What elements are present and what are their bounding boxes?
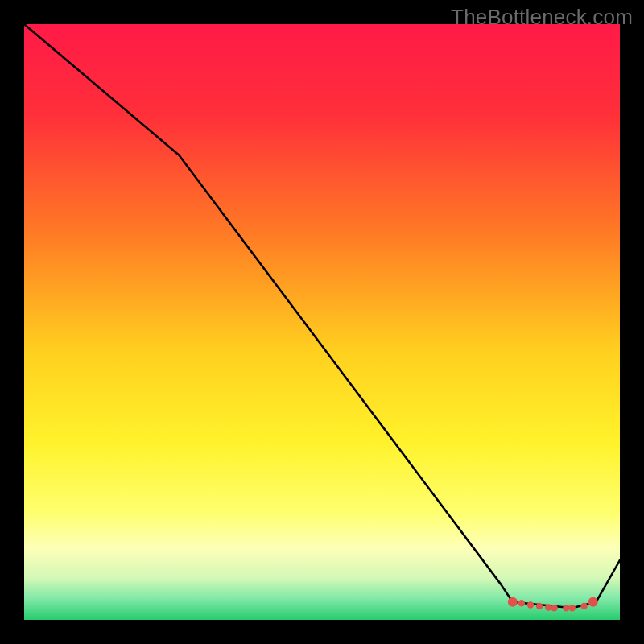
data-marker bbox=[551, 605, 557, 611]
data-marker bbox=[569, 605, 576, 611]
data-marker bbox=[580, 603, 587, 609]
data-marker bbox=[508, 597, 518, 607]
data-marker bbox=[527, 601, 534, 608]
chart-frame: TheBottleneck.com bbox=[0, 0, 644, 644]
data-marker bbox=[545, 604, 551, 610]
watermark-text: TheBottleneck.com bbox=[451, 5, 633, 30]
chart-svg bbox=[24, 24, 620, 620]
data-marker bbox=[563, 605, 569, 611]
gradient-background bbox=[24, 24, 620, 620]
data-marker bbox=[588, 597, 598, 607]
chart-plot-area bbox=[24, 24, 620, 620]
data-marker bbox=[518, 600, 525, 606]
data-marker bbox=[536, 603, 543, 609]
